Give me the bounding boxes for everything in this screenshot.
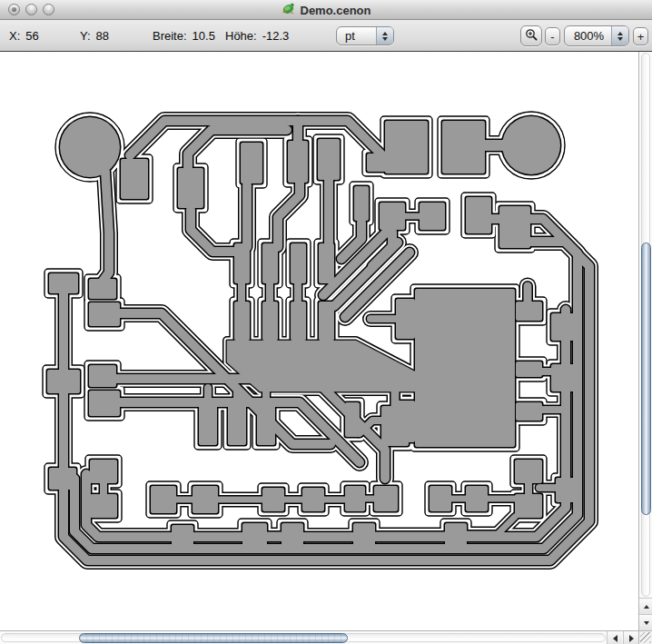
coordinate-toolbar: X: 56 Y: 88 Breite: 10.5 Höhe: -12.3 pt — [0, 20, 652, 52]
minimize-button[interactable] — [25, 4, 37, 15]
y-value: 88 — [96, 29, 109, 43]
arrow-left-icon — [613, 635, 617, 642]
zoom-in-button[interactable]: + — [633, 27, 648, 45]
x-coordinate-field: X: 56 — [9, 29, 39, 43]
vertical-scrollbar-thumb[interactable] — [641, 243, 651, 515]
zoom-tool-button[interactable] — [520, 25, 542, 46]
arrow-right-icon — [629, 635, 634, 642]
width-label: Breite: — [153, 29, 187, 43]
x-label: X: — [9, 29, 20, 43]
horizontal-scrollbar[interactable] — [0, 630, 638, 644]
close-button[interactable] — [8, 4, 20, 15]
zoom-window-button[interactable] — [43, 4, 54, 15]
app-icon — [281, 1, 295, 19]
scroll-up-button[interactable] — [639, 598, 652, 614]
arrow-up-icon — [644, 605, 649, 609]
scroll-down-button[interactable] — [639, 614, 652, 630]
resize-grip[interactable] — [638, 630, 652, 644]
arrow-down-icon — [644, 621, 649, 625]
vertical-scrollbar[interactable] — [638, 52, 652, 630]
height-value: -12.3 — [262, 29, 290, 43]
window-title: Demo.cenon — [300, 4, 370, 17]
y-coordinate-field: Y: 88 — [80, 29, 109, 43]
title-bar[interactable]: Demo.cenon — [0, 0, 652, 20]
unit-popup[interactable]: pt — [336, 26, 394, 45]
scroll-left-button[interactable] — [607, 631, 622, 644]
horizontal-scrollbar-thumb[interactable] — [79, 633, 348, 643]
magnifier-plus-icon — [525, 28, 538, 45]
zoom-level-popup[interactable]: 800% — [564, 25, 629, 46]
height-field: Höhe: -12.3 — [225, 29, 289, 43]
zoom-level-value: 800% — [565, 29, 611, 43]
y-label: Y: — [80, 29, 91, 43]
drawing-canvas[interactable] — [0, 52, 638, 630]
zoom-out-button[interactable]: - — [545, 27, 560, 45]
scroll-right-button[interactable] — [623, 631, 638, 644]
width-field: Breite: 10.5 — [153, 29, 215, 43]
x-value: 56 — [25, 29, 38, 43]
app-window: Demo.cenon X: 56 Y: 88 Breite: 10.5 Höhe… — [0, 0, 652, 644]
pcb-art — [0, 52, 638, 630]
unit-stepper-icon[interactable] — [376, 27, 393, 45]
zoom-stepper-icon[interactable] — [611, 26, 628, 45]
width-value: 10.5 — [193, 29, 215, 43]
unit-value: pt — [337, 29, 376, 43]
height-label: Höhe: — [225, 29, 257, 43]
